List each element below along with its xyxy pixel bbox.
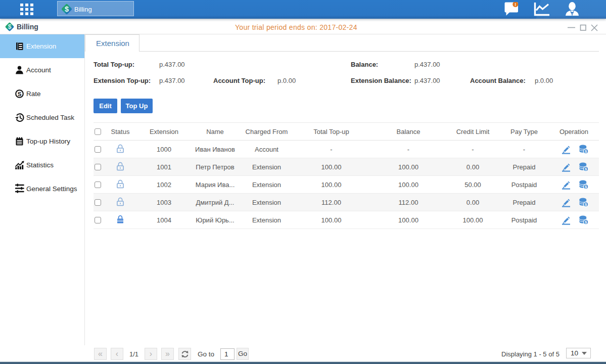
svg-text:$: $ [585,220,587,224]
svg-text:$: $ [65,5,69,13]
svg-text:!: ! [515,2,516,7]
svg-text:$: $ [8,23,12,30]
svg-text:$: $ [585,167,587,171]
svg-text:S: S [18,91,22,97]
svg-text:$: $ [585,202,587,206]
svg-text:$: $ [585,149,587,153]
svg-text:$: $ [585,185,587,189]
